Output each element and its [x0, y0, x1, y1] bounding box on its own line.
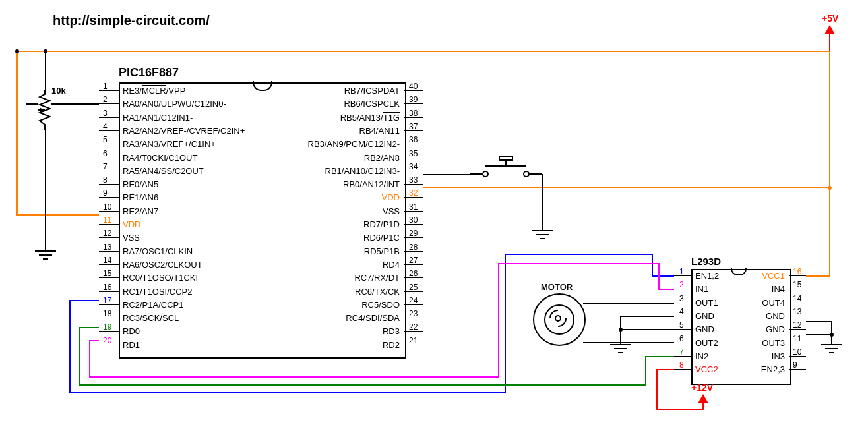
l293d-pin-num-11: 11 — [793, 334, 801, 343]
pic-pin-stub-1 — [99, 90, 119, 91]
wire-vdd32 — [423, 187, 830, 188]
wire-l293d-gnd-rv — [831, 321, 832, 341]
source-url: http://simple-circuit.com/ — [53, 13, 210, 28]
node-res-top — [44, 49, 47, 53]
pic-pin-num-40: 40 — [409, 82, 418, 91]
pic-pin-num-26: 26 — [409, 269, 418, 278]
pushbutton — [470, 155, 542, 185]
pic-pin-num-33: 33 — [409, 175, 418, 185]
pic-pin-label-16: RC1/T1OSI/CCP2 — [123, 287, 192, 297]
pic-pin-label-34: RB1/AN10/C12IN3- — [325, 166, 400, 176]
wire-blue-1 — [69, 300, 99, 301]
pic-pin-label-4: RA2/AN2/VREF-/CVREF/C2IN+ — [123, 126, 245, 136]
pic-pin-label-2: RA0/AN0/ULPWU/C12IN0- — [123, 99, 226, 109]
pic-pin-label-8: RE0/AN5 — [123, 179, 158, 189]
node-left-rail — [15, 49, 19, 53]
pic-pin-num-22: 22 — [409, 322, 418, 332]
pic-pin-label-20: RD1 — [123, 340, 140, 350]
pic-pin-num-25: 25 — [409, 283, 418, 292]
pic-pin-stub-7 — [99, 171, 119, 171]
l293d-pin-label-9: EN2,3 — [761, 364, 785, 374]
node-l293d-gnd-r — [830, 333, 834, 337]
pic-pin-stub-3 — [99, 117, 119, 118]
svg-point-12 — [524, 171, 529, 177]
pic-pin-label-33: RB0/AN12/INT — [343, 179, 400, 189]
pic-pin-label-1: RE3/MCLR/VPP — [123, 86, 185, 96]
pic-pin-stub-5 — [99, 144, 119, 144]
label-12v: +12V — [691, 382, 713, 393]
l293d-pin-label-6: OUT2 — [695, 338, 718, 348]
pic-pin-label-21: RD2 — [383, 340, 400, 350]
pic-pin-label-36: RB3/AN9/PGM/C12IN2- — [308, 139, 400, 149]
l293d-pin-label-2: IN1 — [695, 284, 708, 294]
pic-pin-label-18: RC3/SCK/SCL — [123, 313, 179, 323]
pic-pin-label-27: RD4 — [383, 260, 400, 270]
node-vdd32 — [828, 186, 832, 190]
pic-pin-num-27: 27 — [409, 256, 418, 265]
l293d-pin-label-13: GND — [766, 311, 785, 321]
pic-pin-num-13: 13 — [103, 243, 111, 252]
wire-mag-3 — [89, 376, 498, 378]
pic-pin-label-25: RC6/TX/CK — [355, 287, 400, 297]
l293d-pin-num-5: 5 — [679, 320, 684, 330]
pic-pin-num-28: 28 — [409, 243, 418, 252]
pic-pin-label-13: RA7/OSC1/CLKIN — [123, 246, 193, 256]
wire-rb0 — [423, 174, 470, 175]
pic-pin-num-5: 5 — [103, 135, 108, 144]
wire-blue-5 — [505, 254, 653, 255]
resistor-10k — [38, 90, 51, 130]
gnd-l293d-left — [608, 341, 633, 355]
pic-pin-num-29: 29 — [409, 229, 418, 238]
wire-red-3 — [656, 409, 702, 410]
pic-pin-num-19: 19 — [103, 322, 111, 332]
wire-mag-1 — [89, 340, 99, 341]
l293d-pin-num-9: 9 — [793, 361, 797, 370]
pic-pin-num-17: 17 — [103, 296, 111, 305]
wire-grn-3 — [79, 384, 645, 386]
wire-to-ra0 — [51, 103, 99, 105]
pic-pin-label-7: RA5/AN4/SS/C2OUT — [123, 166, 204, 176]
l293d-pin-label-15: IN4 — [772, 284, 785, 294]
pic-pin-label-38: RB5/AN13/T1G — [340, 113, 400, 123]
pic-pin-label-37: RB4/AN11 — [359, 126, 400, 136]
arrow-12v — [698, 394, 708, 403]
pic-pin-stub-4 — [99, 130, 119, 131]
resistor-value: 10k — [51, 86, 66, 96]
wire-grn-5 — [645, 356, 674, 357]
l293d-pin-num-12: 12 — [793, 320, 801, 330]
l293d-pin-label-14: OUT4 — [762, 298, 785, 308]
l293d-pin-num-7: 7 — [679, 347, 684, 357]
l293d-pin-num-15: 15 — [793, 280, 801, 289]
wire-l293d-gnd-l5 — [620, 329, 674, 330]
wire-red-2 — [656, 369, 658, 409]
pic-pin-label-26: RC7/RX/DT — [354, 273, 400, 283]
pic-pin-stub-8 — [99, 184, 119, 185]
pic-pin-num-8: 8 — [103, 175, 108, 185]
pic-pin-label-35: RB2/AN8 — [364, 153, 400, 163]
l293d-pin-num-14: 14 — [793, 294, 801, 303]
pic-pin-label-11: VDD — [123, 219, 140, 229]
pic-pin-num-24: 24 — [409, 296, 418, 305]
pic-pin-label-15: RC0/T1OSO/T1CKI — [123, 273, 198, 283]
pic-pin-num-3: 3 — [103, 109, 108, 118]
pic-pin-num-39: 39 — [409, 95, 418, 104]
gnd-l293d-right — [819, 341, 844, 355]
wire-blue-6 — [652, 254, 653, 277]
pic-pin-label-23: RC4/SDI/SDA — [346, 313, 400, 323]
wire-blue-4 — [505, 254, 506, 393]
pic-pin-stub-9 — [99, 197, 119, 198]
l293d-pin-num-8: 8 — [679, 361, 684, 370]
l293d-pin-label-12: GND — [766, 324, 785, 334]
pic-pin-label-10: RE2/AN7 — [123, 206, 158, 216]
pic-pin-num-36: 36 — [409, 135, 418, 144]
wire-5v-left-down — [16, 51, 18, 215]
wire-mag-2 — [89, 340, 90, 376]
wire-blue-2 — [69, 300, 71, 392]
l293d-pin-label-5: GND — [695, 324, 714, 334]
wire-grn-1 — [79, 327, 99, 328]
l293d-pin-label-10: IN3 — [772, 351, 785, 361]
pic-pin-stub-2 — [99, 103, 119, 104]
svg-rect-15 — [499, 156, 512, 160]
l293d-pin-num-3: 3 — [679, 294, 684, 303]
wire-wiper — [26, 103, 38, 105]
